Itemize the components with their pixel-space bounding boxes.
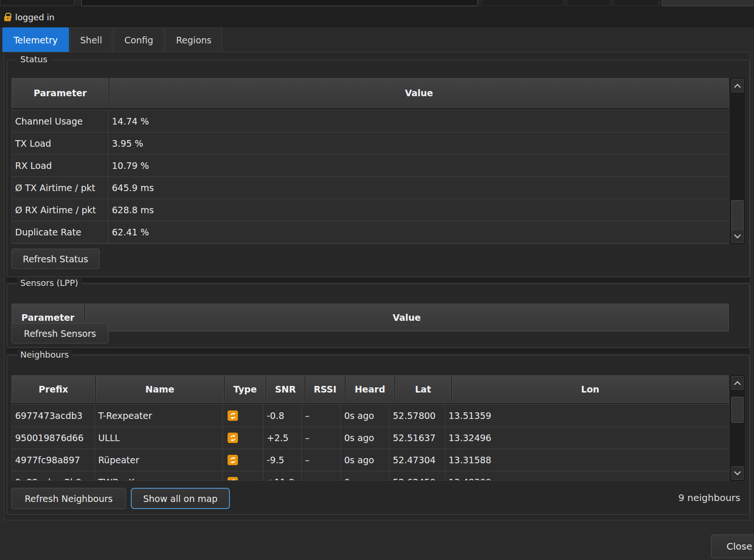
table-row[interactable]: 9e88ecbec2b9 TWRu_Karow +11.8 – 0s ago: [12, 471, 729, 481]
neighbours-header-name[interactable]: Name: [96, 376, 224, 403]
clipped-widget[interactable]: [568, 0, 610, 5]
neighbours-table-header: Prefix Name Type SNR RSSI Heard Lat Lon: [12, 376, 729, 403]
table-row[interactable]: Ø RX Airtime / pkt 628.8 ms: [12, 199, 729, 221]
cell-lon: 13.51359: [445, 405, 729, 426]
status-param-cell: RX Load: [12, 155, 109, 176]
neighbours-header-heard[interactable]: Heard: [346, 376, 394, 403]
tab-telemetry[interactable]: Telemetry: [2, 27, 69, 52]
neighbours-header-lon[interactable]: Lon: [452, 376, 729, 403]
neighbours-table-body: 6977473acdb3 T-Rexpeater -0.8 – 0s ago: [12, 404, 729, 481]
scroll-up-button[interactable]: [731, 376, 744, 390]
table-row[interactable]: 950019876d66 ULLL +2.5 – 0s ago 52: [12, 427, 729, 449]
cell-lat: 52.62450: [390, 471, 445, 481]
cell-snr: -9.5: [263, 449, 302, 471]
sensors-header-value[interactable]: Value: [85, 304, 729, 331]
table-row[interactable]: 4977fc98a897 Rüpeater -9.5 – 0s ago: [12, 449, 729, 471]
cell-heard: 0s ago: [341, 405, 390, 426]
clipped-widget[interactable]: [483, 0, 563, 5]
status-value-cell: 628.8 ms: [109, 199, 729, 221]
table-row[interactable]: TX Load 3.95 %: [12, 133, 729, 155]
cell-rssi: –: [302, 471, 341, 481]
cell-snr: +11.8: [263, 471, 302, 481]
status-param-cell: Ø TX Airtime / pkt: [12, 177, 109, 199]
clipped-text-input[interactable]: [81, 0, 478, 6]
neighbours-header-prefix[interactable]: Prefix: [12, 376, 95, 403]
clipped-widget[interactable]: [0, 0, 74, 6]
scroll-down-button[interactable]: [731, 466, 744, 480]
cell-lat: 52.51637: [390, 427, 445, 449]
scrollbar-thumb[interactable]: [731, 200, 744, 233]
cell-name: TWRu_Karow: [95, 471, 223, 481]
cell-rssi: –: [302, 405, 341, 426]
show-all-on-map-button[interactable]: Show all on map: [131, 488, 230, 509]
status-value-cell: 3.95 %: [109, 133, 729, 154]
cell-snr: +2.5: [263, 427, 302, 449]
neighbours-table: Prefix Name Type SNR RSSI Heard Lat Lon …: [11, 375, 729, 481]
neighbours-scrollbar[interactable]: [730, 375, 745, 481]
status-header-value[interactable]: Value: [110, 78, 729, 108]
chevron-up-icon: [734, 381, 741, 387]
table-row[interactable]: Channel Usage 14.74 %: [12, 110, 729, 133]
chevron-down-icon: [734, 468, 741, 475]
cell-prefix: 9e88ecbec2b9: [12, 471, 95, 481]
status-value-cell: 14.74 %: [109, 110, 729, 132]
table-row[interactable]: Duplicate Rate 62.41 %: [12, 221, 729, 243]
repeat-icon: [228, 477, 238, 481]
refresh-status-button[interactable]: Refresh Status: [11, 249, 100, 269]
splitter-handle[interactable]: [7, 278, 750, 283]
sensors-table-header: Parameter Value: [11, 303, 729, 332]
chevron-down-icon: [734, 232, 741, 238]
refresh-sensors-button[interactable]: Refresh Sensors: [11, 323, 109, 343]
status-value-cell: 10.79 %: [109, 155, 729, 176]
scroll-up-button[interactable]: [731, 79, 744, 92]
status-param-cell: Duplicate Rate: [12, 221, 109, 243]
splitter-handle[interactable]: [7, 349, 750, 354]
cell-prefix: 4977fc98a897: [12, 449, 95, 471]
table-row[interactable]: Ø TX Airtime / pkt 645.9 ms: [12, 177, 729, 199]
scroll-down-button[interactable]: [731, 229, 744, 243]
chevron-up-icon: [734, 84, 741, 90]
cell-name: Rüpeater: [95, 449, 223, 471]
table-row[interactable]: RX Load 10.79 %: [12, 155, 729, 177]
tab-shell[interactable]: Shell: [70, 27, 112, 52]
refresh-neighbours-button[interactable]: Refresh Neighbours: [11, 488, 126, 509]
repeat-icon: [228, 433, 238, 443]
cell-type: [223, 471, 263, 481]
tab-config[interactable]: Config: [113, 27, 164, 52]
top-clipped-toolbar: [0, 0, 754, 6]
login-status-text: logged in: [15, 12, 55, 22]
status-table: Parameter Value Channel Usage 14.74 % TX…: [11, 78, 729, 244]
tab-bar: Telemetry Shell Config Regions: [0, 27, 754, 52]
clipped-widget[interactable]: [614, 0, 658, 5]
close-button[interactable]: Close: [711, 535, 754, 558]
cell-snr: -0.8: [263, 405, 302, 426]
clipped-button[interactable]: [662, 0, 754, 6]
telemetry-dialog: logged in Telemetry Shell Config Regions…: [0, 0, 754, 560]
scrollbar-thumb[interactable]: [731, 397, 744, 423]
repeat-icon: [228, 455, 238, 465]
cell-type: [223, 427, 263, 449]
cell-heard: 0s ago: [341, 471, 390, 481]
cell-rssi: –: [302, 427, 341, 449]
neighbours-header-lat[interactable]: Lat: [395, 376, 451, 403]
neighbours-header-type[interactable]: Type: [225, 376, 265, 403]
cell-prefix: 6977473acdb3: [12, 405, 95, 426]
status-param-cell: Ø RX Airtime / pkt: [12, 199, 109, 221]
cell-lat: 52.57800: [390, 405, 445, 426]
cell-heard: 0s ago: [341, 427, 390, 449]
login-status-bar: logged in: [0, 7, 754, 27]
status-value-cell: 62.41 %: [109, 221, 729, 243]
cell-name: T-Rexpeater: [95, 405, 223, 426]
status-table-body: Channel Usage 14.74 % TX Load 3.95 % RX …: [12, 110, 729, 243]
table-row[interactable]: 6977473acdb3 T-Rexpeater -0.8 – 0s ago: [12, 405, 729, 427]
tab-regions[interactable]: Regions: [165, 27, 222, 52]
cell-lat: 52.47304: [390, 449, 445, 471]
cell-lon: 13.31588: [445, 449, 729, 471]
cell-heard: 0s ago: [341, 449, 390, 471]
neighbours-header-snr[interactable]: SNR: [266, 376, 305, 403]
status-header-parameter[interactable]: Parameter: [12, 78, 109, 108]
cell-lon: 13.48300: [445, 471, 729, 481]
status-param-cell: TX Load: [12, 133, 109, 154]
neighbours-header-rssi[interactable]: RSSI: [305, 376, 345, 403]
status-scrollbar[interactable]: [730, 78, 745, 244]
